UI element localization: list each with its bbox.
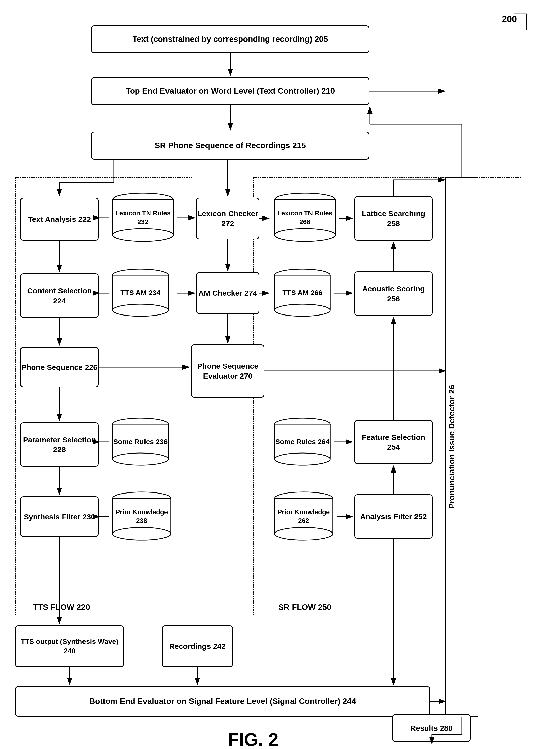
phone-sequence-evaluator-box: Phone Sequence Evaluator 270 (191, 344, 265, 398)
text-analysis-box: Text Analysis 222 (20, 197, 99, 240)
some-rules-236-cyl: Some Rules 236 (109, 417, 172, 467)
sr-flow-label: SR FLOW 250 (278, 603, 332, 612)
tts-output-box: TTS output (Synthesis Wave) 240 (15, 625, 124, 667)
tts-am-266-cyl: TTS AM 266 (271, 269, 334, 318)
lexicon-tn-rules-232-cyl: Lexicon TN Rules 232 (109, 192, 177, 243)
tts-flow-label: TTS FLOW 220 (33, 603, 90, 612)
top-end-evaluator-box: Top End Evaluator on Word Level (Text Co… (91, 77, 369, 105)
results-box: Results 280 (392, 714, 471, 742)
pronunciation-detector-label: Pronunciation Issue Detector 26 (447, 385, 477, 509)
sr-phone-sequence-box: SR Phone Sequence of Recordings 215 (91, 132, 369, 159)
svg-point-34 (274, 453, 330, 465)
lattice-searching-box: Lattice Searching 258 (354, 196, 433, 240)
diagram-container: 200 Text (constrained by corresponding r… (0, 0, 560, 749)
fig-label: FIG. 2 (202, 729, 304, 749)
svg-point-29 (274, 304, 330, 316)
lexicon-tn-rules-268-cyl: Lexicon TN Rules 268 (271, 192, 339, 243)
acoustic-scoring-box: Acoustic Scoring 256 (354, 272, 433, 316)
prior-knowledge-238-cyl: Prior Knowledge 238 (109, 491, 175, 542)
phone-sequence-box: Phone Sequence 226 (20, 347, 99, 387)
recordings-box: Recordings 242 (162, 625, 233, 667)
svg-point-9 (113, 304, 168, 316)
tts-am-234-cyl: TTS AM 234 (109, 269, 172, 318)
lexicon-checker-box: Lexicon Checker 272 (196, 197, 260, 239)
svg-point-39 (274, 528, 333, 540)
feature-selection-box: Feature Selection 254 (354, 420, 433, 464)
analysis-filter-box: Analysis Filter 252 (354, 494, 433, 539)
am-checker-box: AM Checker 274 (196, 272, 260, 314)
some-rules-264-cyl: Some Rules 264 (271, 417, 334, 467)
svg-point-14 (113, 453, 168, 465)
synthesis-filter-box: Synthesis Filter 230 (20, 496, 99, 537)
svg-point-19 (113, 528, 171, 540)
parameter-selection-box: Parameter Selection 228 (20, 422, 99, 467)
pronunciation-detector-box: Pronunciation Issue Detector 26 (445, 177, 478, 716)
bottom-end-evaluator-box: Bottom End Evaluator on Signal Feature L… (15, 686, 430, 716)
svg-point-24 (274, 229, 335, 241)
svg-point-4 (113, 229, 173, 241)
ref-200: 200 (502, 14, 517, 25)
content-selection-box: Content Selection 224 (20, 274, 99, 318)
prior-knowledge-262-cyl: Prior Knowledge 262 (271, 491, 337, 542)
text-input-box: Text (constrained by corresponding recor… (91, 25, 369, 53)
